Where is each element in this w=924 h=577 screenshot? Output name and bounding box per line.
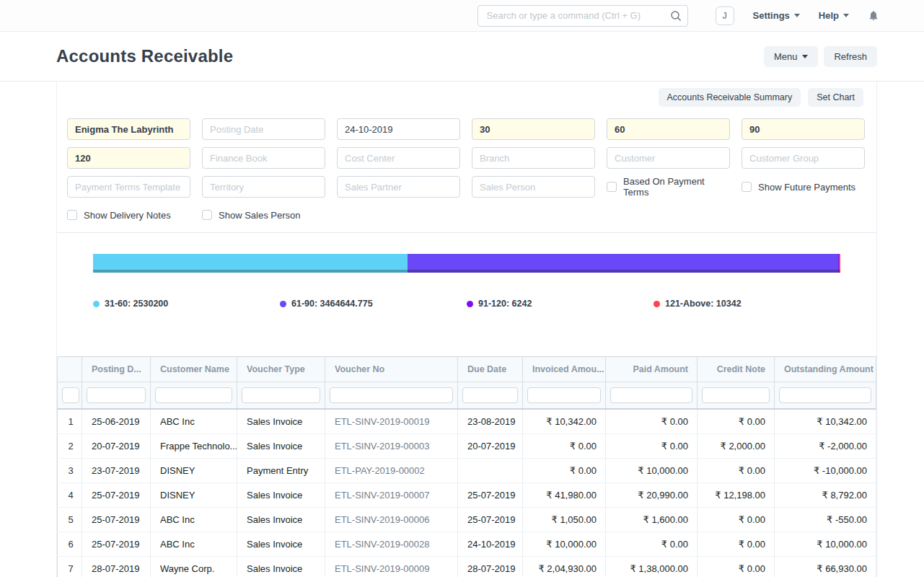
help-label: Help [819,10,839,21]
checkbox-label: Based On Payment Terms [623,176,730,198]
cell-idx: 2 [58,434,82,459]
column-header-customer-name[interactable]: Customer Name [151,357,237,382]
cell-voucher-no[interactable]: ETL-SINV-2019-00007 [325,483,458,508]
table-filter-row [58,382,876,410]
legend-dot [654,301,660,307]
column-filter-input[interactable] [330,387,453,403]
table-row: 323-07-2019DISNEYPayment EntryETL-PAY-20… [58,459,876,483]
cell-paid: ₹ 0.00 [606,532,698,557]
cell-customer-name: DISNEY [151,483,237,508]
column-header-outstanding-amount[interactable]: Outstanding Amount [775,357,876,382]
cell-posting-date: 25-07-2019 [82,532,151,557]
cell-idx: 4 [58,483,82,508]
chevron-down-icon [802,55,808,58]
territory-filter[interactable] [202,176,325,198]
set-chart-button[interactable]: Set Chart [808,88,863,107]
column-filter-input[interactable] [62,387,79,403]
cell-paid: ₹ 20,990.00 [606,483,698,508]
cell-outstanding: ₹ -550.00 [775,508,876,532]
cell-posting-date: 23-07-2019 [82,459,151,483]
cell-paid: ₹ 0.00 [606,434,698,459]
cell-voucher-no[interactable]: ETL-SINV-2019-00006 [325,508,458,532]
show-sales-person-field: Show Sales Person [202,208,325,222]
column-header-credit-note[interactable]: Credit Note [698,357,775,382]
column-filter-input[interactable] [779,387,871,403]
finance-book-filter[interactable] [202,147,325,169]
legend-item: 31-60: 2530200 [93,299,280,309]
navbar: J Settings Help [0,0,924,32]
menu-button[interactable]: Menu [764,46,819,67]
sales-partner-filter[interactable] [337,176,460,198]
cell-customer-name: ABC Inc [151,409,237,434]
legend-label: 121-Above: 10342 [665,299,742,309]
cell-due-date: 28-07-2019 [458,557,523,577]
cell-idx: 6 [58,532,82,557]
column-filter-input[interactable] [87,387,146,403]
accounts-receivable-summary-button[interactable]: Accounts Receivable Summary [659,88,801,107]
cell-voucher-no[interactable]: ETL-SINV-2019-00028 [325,532,458,557]
payment-terms-template-filter[interactable] [67,176,190,198]
report-table: Posting D... Customer Name Voucher Type … [57,356,876,577]
settings-menu[interactable]: Settings [753,10,800,21]
cell-paid: ₹ 10,000.00 [606,459,698,483]
legend-item: 61-90: 3464644.775 [280,299,467,309]
cell-customer-name: DISNEY [151,459,237,483]
chart-segment-61-90 [408,254,838,273]
cell-invoiced: ₹ 1,050.00 [523,508,606,532]
show-delivery-notes-checkbox[interactable] [67,210,77,220]
cell-credit-note: ₹ 0.00 [698,532,775,557]
report-actions: Accounts Receivable Summary Set Chart [57,82,876,113]
column-header-posting-date[interactable]: Posting D... [82,357,151,382]
checkbox-label: Show Delivery Notes [84,210,171,221]
legend-label: 61-90: 3464644.775 [291,299,373,309]
column-filter-input[interactable] [702,387,770,403]
report-date-filter[interactable] [337,118,460,140]
column-header-index[interactable] [58,357,82,382]
customer-group-filter[interactable] [742,147,865,169]
cell-voucher-no[interactable]: ETL-PAY-2019-00002 [325,459,458,483]
cell-posting-date: 25-07-2019 [82,508,151,532]
ageing-range1-filter[interactable] [472,118,595,140]
branch-filter[interactable] [472,147,595,169]
ageing-range3-filter[interactable] [742,118,865,140]
column-header-voucher-no[interactable]: Voucher No [325,357,458,382]
column-filter-input[interactable] [527,387,601,403]
ageing-range2-filter[interactable] [607,118,730,140]
cell-outstanding: ₹ 10,342.00 [775,409,876,434]
column-filter-input[interactable] [242,387,320,403]
page-head: Accounts Receivable Menu Refresh [0,32,924,82]
cell-credit-note: ₹ 0.00 [698,459,775,483]
help-menu[interactable]: Help [819,10,849,21]
based-on-payment-terms-checkbox[interactable] [607,182,617,192]
show-future-payments-checkbox[interactable] [742,182,752,192]
cell-due-date [458,459,523,483]
show-sales-person-checkbox[interactable] [202,210,212,220]
column-filter-input[interactable] [610,387,692,403]
cell-voucher-no[interactable]: ETL-SINV-2019-00019 [325,409,458,434]
column-filter-input[interactable] [155,387,232,403]
cell-credit-note: ₹ 0.00 [698,508,775,532]
column-header-voucher-type[interactable]: Voucher Type [237,357,325,382]
notifications-bell-icon[interactable] [868,9,879,22]
column-header-invoiced-amount[interactable]: Invoiced Amou... [523,357,606,382]
cell-paid: ₹ 1,600.00 [606,508,698,532]
company-filter[interactable] [67,118,190,140]
cell-voucher-no[interactable]: ETL-SINV-2019-00003 [325,434,458,459]
global-search [478,5,688,27]
avatar[interactable]: J [716,6,734,25]
ageing-range4-filter[interactable] [67,147,190,169]
column-header-paid-amount[interactable]: Paid Amount [606,357,698,382]
cell-voucher-no[interactable]: ETL-SINV-2019-00009 [325,557,458,577]
cost-center-filter[interactable] [337,147,460,169]
posting-date-filter[interactable] [202,118,325,140]
customer-filter[interactable] [607,147,730,169]
cell-due-date: 20-07-2019 [458,434,523,459]
search-icon[interactable] [670,10,682,25]
column-filter-input[interactable] [462,387,518,403]
sales-person-filter[interactable] [472,176,595,198]
search-input[interactable] [478,5,688,27]
legend-dot [280,301,286,307]
column-header-due-date[interactable]: Due Date [458,357,523,382]
refresh-button[interactable]: Refresh [824,46,877,67]
cell-idx: 1 [58,409,82,434]
